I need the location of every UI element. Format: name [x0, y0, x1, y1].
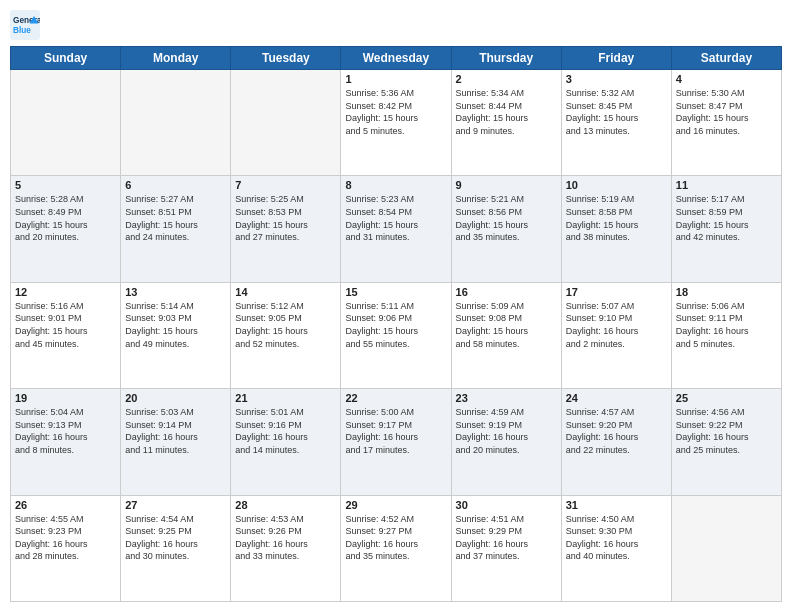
day-header-wednesday: Wednesday	[341, 47, 451, 70]
calendar-cell: 10Sunrise: 5:19 AM Sunset: 8:58 PM Dayli…	[561, 176, 671, 282]
day-number: 26	[15, 499, 116, 511]
day-header-monday: Monday	[121, 47, 231, 70]
day-info: Sunrise: 5:06 AM Sunset: 9:11 PM Dayligh…	[676, 300, 777, 350]
day-info: Sunrise: 5:36 AM Sunset: 8:42 PM Dayligh…	[345, 87, 446, 137]
calendar-cell: 24Sunrise: 4:57 AM Sunset: 9:20 PM Dayli…	[561, 389, 671, 495]
day-number: 13	[125, 286, 226, 298]
day-info: Sunrise: 5:17 AM Sunset: 8:59 PM Dayligh…	[676, 193, 777, 243]
calendar-cell: 9Sunrise: 5:21 AM Sunset: 8:56 PM Daylig…	[451, 176, 561, 282]
calendar-cell: 8Sunrise: 5:23 AM Sunset: 8:54 PM Daylig…	[341, 176, 451, 282]
calendar-cell: 4Sunrise: 5:30 AM Sunset: 8:47 PM Daylig…	[671, 70, 781, 176]
calendar-week-4: 19Sunrise: 5:04 AM Sunset: 9:13 PM Dayli…	[11, 389, 782, 495]
calendar-cell: 26Sunrise: 4:55 AM Sunset: 9:23 PM Dayli…	[11, 495, 121, 601]
day-info: Sunrise: 4:59 AM Sunset: 9:19 PM Dayligh…	[456, 406, 557, 456]
calendar-cell: 16Sunrise: 5:09 AM Sunset: 9:08 PM Dayli…	[451, 282, 561, 388]
day-info: Sunrise: 4:57 AM Sunset: 9:20 PM Dayligh…	[566, 406, 667, 456]
day-info: Sunrise: 5:04 AM Sunset: 9:13 PM Dayligh…	[15, 406, 116, 456]
calendar-cell: 14Sunrise: 5:12 AM Sunset: 9:05 PM Dayli…	[231, 282, 341, 388]
svg-text:Blue: Blue	[13, 26, 31, 35]
day-number: 8	[345, 179, 446, 191]
day-info: Sunrise: 5:14 AM Sunset: 9:03 PM Dayligh…	[125, 300, 226, 350]
day-number: 11	[676, 179, 777, 191]
calendar-cell: 21Sunrise: 5:01 AM Sunset: 9:16 PM Dayli…	[231, 389, 341, 495]
calendar-cell: 20Sunrise: 5:03 AM Sunset: 9:14 PM Dayli…	[121, 389, 231, 495]
page: General Blue SundayMondayTuesdayWednesda…	[0, 0, 792, 612]
calendar-table: SundayMondayTuesdayWednesdayThursdayFrid…	[10, 46, 782, 602]
day-info: Sunrise: 5:07 AM Sunset: 9:10 PM Dayligh…	[566, 300, 667, 350]
day-info: Sunrise: 5:34 AM Sunset: 8:44 PM Dayligh…	[456, 87, 557, 137]
day-number: 3	[566, 73, 667, 85]
day-header-sunday: Sunday	[11, 47, 121, 70]
day-info: Sunrise: 5:32 AM Sunset: 8:45 PM Dayligh…	[566, 87, 667, 137]
calendar-cell: 29Sunrise: 4:52 AM Sunset: 9:27 PM Dayli…	[341, 495, 451, 601]
calendar-cell: 15Sunrise: 5:11 AM Sunset: 9:06 PM Dayli…	[341, 282, 451, 388]
calendar-cell	[11, 70, 121, 176]
day-number: 27	[125, 499, 226, 511]
header: General Blue	[10, 10, 782, 40]
day-number: 18	[676, 286, 777, 298]
calendar-cell: 11Sunrise: 5:17 AM Sunset: 8:59 PM Dayli…	[671, 176, 781, 282]
logo: General Blue	[10, 10, 40, 40]
calendar-week-3: 12Sunrise: 5:16 AM Sunset: 9:01 PM Dayli…	[11, 282, 782, 388]
day-number: 24	[566, 392, 667, 404]
day-header-thursday: Thursday	[451, 47, 561, 70]
day-info: Sunrise: 5:00 AM Sunset: 9:17 PM Dayligh…	[345, 406, 446, 456]
day-number: 1	[345, 73, 446, 85]
calendar-cell	[671, 495, 781, 601]
day-info: Sunrise: 4:55 AM Sunset: 9:23 PM Dayligh…	[15, 513, 116, 563]
calendar-cell: 2Sunrise: 5:34 AM Sunset: 8:44 PM Daylig…	[451, 70, 561, 176]
day-info: Sunrise: 4:50 AM Sunset: 9:30 PM Dayligh…	[566, 513, 667, 563]
day-info: Sunrise: 5:16 AM Sunset: 9:01 PM Dayligh…	[15, 300, 116, 350]
day-info: Sunrise: 4:51 AM Sunset: 9:29 PM Dayligh…	[456, 513, 557, 563]
calendar-cell: 17Sunrise: 5:07 AM Sunset: 9:10 PM Dayli…	[561, 282, 671, 388]
calendar-cell: 3Sunrise: 5:32 AM Sunset: 8:45 PM Daylig…	[561, 70, 671, 176]
day-number: 22	[345, 392, 446, 404]
day-info: Sunrise: 5:25 AM Sunset: 8:53 PM Dayligh…	[235, 193, 336, 243]
calendar-week-2: 5Sunrise: 5:28 AM Sunset: 8:49 PM Daylig…	[11, 176, 782, 282]
day-number: 17	[566, 286, 667, 298]
day-info: Sunrise: 4:52 AM Sunset: 9:27 PM Dayligh…	[345, 513, 446, 563]
day-info: Sunrise: 5:30 AM Sunset: 8:47 PM Dayligh…	[676, 87, 777, 137]
calendar-cell: 25Sunrise: 4:56 AM Sunset: 9:22 PM Dayli…	[671, 389, 781, 495]
calendar-cell: 6Sunrise: 5:27 AM Sunset: 8:51 PM Daylig…	[121, 176, 231, 282]
day-header-tuesday: Tuesday	[231, 47, 341, 70]
calendar-cell: 5Sunrise: 5:28 AM Sunset: 8:49 PM Daylig…	[11, 176, 121, 282]
day-number: 21	[235, 392, 336, 404]
day-info: Sunrise: 5:11 AM Sunset: 9:06 PM Dayligh…	[345, 300, 446, 350]
day-number: 9	[456, 179, 557, 191]
day-number: 7	[235, 179, 336, 191]
calendar-cell: 31Sunrise: 4:50 AM Sunset: 9:30 PM Dayli…	[561, 495, 671, 601]
calendar-cell: 18Sunrise: 5:06 AM Sunset: 9:11 PM Dayli…	[671, 282, 781, 388]
day-number: 14	[235, 286, 336, 298]
day-number: 28	[235, 499, 336, 511]
day-info: Sunrise: 5:01 AM Sunset: 9:16 PM Dayligh…	[235, 406, 336, 456]
day-number: 12	[15, 286, 116, 298]
day-info: Sunrise: 5:21 AM Sunset: 8:56 PM Dayligh…	[456, 193, 557, 243]
day-number: 2	[456, 73, 557, 85]
day-number: 23	[456, 392, 557, 404]
calendar-week-5: 26Sunrise: 4:55 AM Sunset: 9:23 PM Dayli…	[11, 495, 782, 601]
calendar-header-row: SundayMondayTuesdayWednesdayThursdayFrid…	[11, 47, 782, 70]
calendar-cell	[121, 70, 231, 176]
day-number: 10	[566, 179, 667, 191]
day-number: 29	[345, 499, 446, 511]
calendar-cell: 13Sunrise: 5:14 AM Sunset: 9:03 PM Dayli…	[121, 282, 231, 388]
day-header-saturday: Saturday	[671, 47, 781, 70]
calendar-cell: 30Sunrise: 4:51 AM Sunset: 9:29 PM Dayli…	[451, 495, 561, 601]
day-info: Sunrise: 5:23 AM Sunset: 8:54 PM Dayligh…	[345, 193, 446, 243]
day-number: 6	[125, 179, 226, 191]
day-number: 15	[345, 286, 446, 298]
day-header-friday: Friday	[561, 47, 671, 70]
calendar-cell: 22Sunrise: 5:00 AM Sunset: 9:17 PM Dayli…	[341, 389, 451, 495]
calendar-cell: 28Sunrise: 4:53 AM Sunset: 9:26 PM Dayli…	[231, 495, 341, 601]
calendar-week-1: 1Sunrise: 5:36 AM Sunset: 8:42 PM Daylig…	[11, 70, 782, 176]
calendar-cell: 12Sunrise: 5:16 AM Sunset: 9:01 PM Dayli…	[11, 282, 121, 388]
day-info: Sunrise: 4:56 AM Sunset: 9:22 PM Dayligh…	[676, 406, 777, 456]
day-info: Sunrise: 5:12 AM Sunset: 9:05 PM Dayligh…	[235, 300, 336, 350]
day-info: Sunrise: 4:53 AM Sunset: 9:26 PM Dayligh…	[235, 513, 336, 563]
day-number: 30	[456, 499, 557, 511]
logo-icon: General Blue	[10, 10, 40, 40]
calendar-cell: 1Sunrise: 5:36 AM Sunset: 8:42 PM Daylig…	[341, 70, 451, 176]
calendar-cell: 23Sunrise: 4:59 AM Sunset: 9:19 PM Dayli…	[451, 389, 561, 495]
day-info: Sunrise: 5:09 AM Sunset: 9:08 PM Dayligh…	[456, 300, 557, 350]
